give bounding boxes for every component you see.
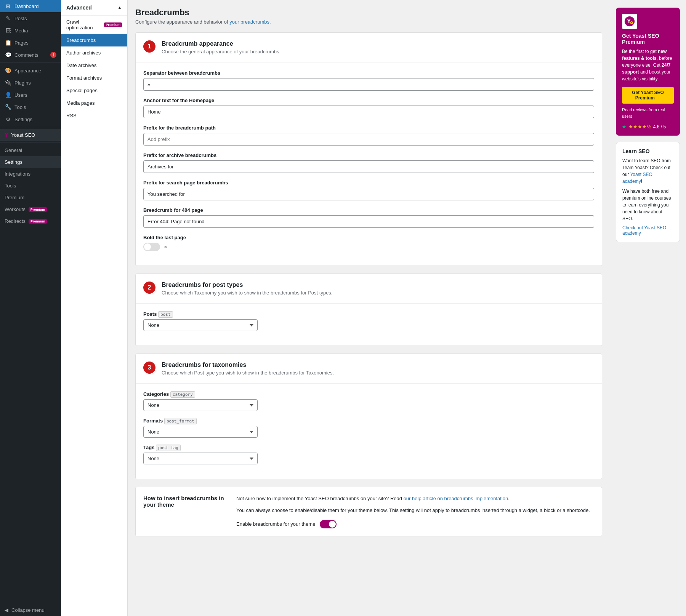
field-anchor: Anchor text for the Homepage [143,98,594,118]
section-taxonomies-title: Breadcrumbs for taxonomies [162,362,334,368]
prefix-path-label: Prefix for the breadcrumb path [143,125,594,131]
section-taxonomies-desc: Choose which Post type you wish to show … [162,370,334,376]
trustpilot-icon: ★ [622,124,626,130]
tags-select[interactable]: None [143,453,258,464]
section-appearance-body: Separator between breadcrumbs Anchor tex… [136,62,602,266]
section-post-types-desc: Choose which Taxonomy you wish to show i… [162,290,332,296]
section-appearance-header: 1 Breadcrumb appearance Choose the gener… [136,33,602,62]
section-post-types-title: Breadcrumbs for post types [162,282,332,288]
collapse-menu-button[interactable]: ◀ Collapse menu [0,604,61,616]
redirects-premium-badge: Premium [29,219,47,224]
section-taxonomies-info: Breadcrumbs for taxonomies Choose which … [162,362,334,376]
sub-menu-item-crawl[interactable]: Crawl optimization Premium [61,16,127,34]
sidebar-item-plugins[interactable]: 🔌 Plugins [0,77,61,89]
promo-title: Get Yoast SEO Premium [622,33,674,45]
admin-sidebar: ⊞ Dashboard ✎ Posts 🖼 Media 📋 Pages 💬 Co… [0,0,61,616]
sub-menu-item-date-archives[interactable]: Date archives [61,59,127,72]
enable-toggle-knob [329,521,336,528]
categories-label: Categories category [143,391,594,397]
sidebar-item-tools[interactable]: 🔧 Tools [0,101,61,113]
breadcrumbs-impl-link[interactable]: our help article on breadcrumbs implemen… [404,496,508,501]
media-icon: 🖼 [5,27,11,34]
users-icon: 👤 [5,92,11,98]
sidebar-item-integrations[interactable]: Integrations [0,168,61,180]
enable-breadcrumbs-toggle[interactable] [320,520,337,528]
promo-button[interactable]: Get Yoast SEO Premium → [622,87,674,104]
separator-input[interactable] [143,78,594,91]
learn-para2: We have both free and premium online cou… [622,188,673,222]
insert-left: How to insert breadcrumbs in your theme [143,495,227,528]
comments-badge: 1 [50,52,56,58]
svg-point-3 [631,22,633,24]
toggle-x-label: ✕ [164,245,167,249]
breadcrumb-404-input[interactable] [143,215,594,228]
sub-menu-item-breadcrumbs[interactable]: Breadcrumbs [61,34,127,46]
sidebar-item-posts[interactable]: ✎ Posts [0,12,61,24]
rating-row: ★ ★★★★½ 4.6 / 5 [622,124,674,130]
pages-icon: 📋 [5,40,11,46]
dashboard-icon: ⊞ [5,3,11,9]
field-formats: Formats post_format None [143,418,594,438]
field-prefix-search: Prefix for search page breadcrumbs [143,180,594,200]
settings-icon: ⚙ [5,116,11,122]
sub-menu-item-format-archives[interactable]: Format archives [61,72,127,84]
sidebar-item-premium[interactable]: Premium [0,192,61,203]
sidebar-item-media[interactable]: 🖼 Media [0,24,61,37]
sidebar-item-redirects[interactable]: Redirects Premium [0,215,61,227]
section-appearance-info: Breadcrumb appearance Choose the general… [162,40,280,54]
svg-text:Y: Y [627,18,631,24]
sub-menu-header: Advanced ▲ [61,0,127,16]
sidebar-item-tools[interactable]: Tools [0,180,61,192]
prefix-path-input[interactable] [143,133,594,146]
formats-label: Formats post_format [143,418,594,424]
formats-select[interactable]: None [143,426,258,438]
appearance-icon: 🎨 [5,67,11,74]
sidebar-item-workouts[interactable]: Workouts Premium [0,203,61,215]
prefix-search-input[interactable] [143,188,594,200]
posts-select[interactable]: None [143,319,258,331]
sidebar-item-dashboard[interactable]: ⊞ Dashboard [0,0,61,12]
main-content: Breadcrumbs Configure the appearance and… [128,0,610,616]
field-categories: Categories category None [143,391,594,411]
section-number-1: 1 [143,40,155,53]
sidebar-item-appearance[interactable]: 🎨 Appearance [0,64,61,77]
sidebar-item-yoast-seo[interactable]: Y Yoast SEO [0,129,61,141]
stars: ★★★★½ [628,124,651,130]
section-post-types-header: 2 Breadcrumbs for post types Choose whic… [136,274,602,304]
sub-menu-item-media-pages[interactable]: Media pages [61,97,127,109]
anchor-label: Anchor text for the Homepage [143,98,594,103]
sidebar-item-users[interactable]: 👤 Users [0,89,61,101]
section-taxonomies-header: 3 Breadcrumbs for taxonomies Choose whic… [136,354,602,384]
sub-menu-item-special-pages[interactable]: Special pages [61,84,127,97]
anchor-input[interactable] [143,106,594,118]
categories-select[interactable]: None [143,399,258,411]
insert-para2: You can always choose to enable/disable … [236,507,594,515]
sidebar-item-pages[interactable]: 📋 Pages [0,37,61,49]
breadcrumbs-help-link[interactable]: your breadcrumbs [229,19,269,25]
insert-para1: Not sure how to implement the Yoast SEO … [236,495,594,503]
sidebar-item-settings[interactable]: Settings [0,156,61,168]
yoast-logo: Y [622,14,674,29]
field-prefix-path: Prefix for the breadcrumb path [143,125,594,146]
promo-card: Y Get Yoast SEO Premium Be the first to … [616,8,680,136]
crawl-premium-badge: Premium [104,22,122,27]
bold-last-toggle[interactable] [143,243,160,251]
promo-desc: Be the first to get new features & tools… [622,48,674,82]
sidebar-item-general[interactable]: General [0,144,61,156]
prefix-archive-input[interactable] [143,160,594,173]
check-academy-link[interactable]: Check out Yoast SEO academy [622,225,673,236]
insert-title: How to insert breadcrumbs in your theme [143,495,227,508]
sub-menu: Advanced ▲ Crawl optimization Premium Br… [61,0,128,616]
bold-last-toggle-row: ✕ [143,243,594,251]
field-separator: Separator between breadcrumbs [143,70,594,91]
tools-icon: 🔧 [5,104,11,110]
field-bold-last: Bold the last page ✕ [143,235,594,251]
sidebar-item-settings[interactable]: ⚙ Settings [0,113,61,125]
enable-breadcrumbs-row: Enable breadcrumbs for your theme [236,520,594,528]
chevron-up-icon: ▲ [117,5,122,10]
toggle-knob [144,243,151,250]
sidebar-item-comments[interactable]: 💬 Comments 1 [0,49,61,61]
sub-menu-item-rss[interactable]: RSS [61,109,127,122]
sub-menu-item-author-archives[interactable]: Author archives [61,46,127,59]
plugins-icon: 🔌 [5,80,11,86]
